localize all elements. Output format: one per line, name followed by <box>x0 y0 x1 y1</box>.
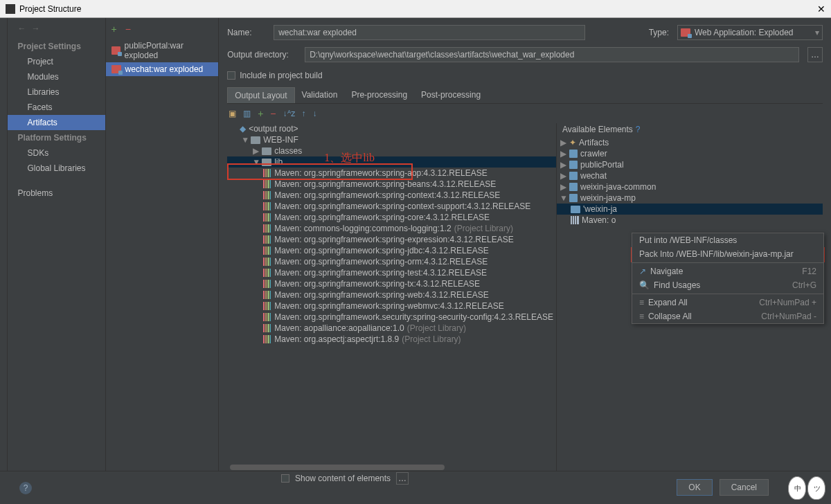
ime-mascot: 中 ツ <box>788 476 825 500</box>
lib-folder: lib <box>274 157 283 167</box>
weixin-ja-item[interactable]: 'weixin-ja <box>557 204 823 215</box>
artifact-publicportal[interactable]: publicPortal:war exploded <box>106 39 219 62</box>
artifacts-list: + − publicPortal:war exploded wechat:war… <box>106 18 220 471</box>
library-icon <box>263 291 271 299</box>
library-icon <box>263 224 271 233</box>
item-artifacts[interactable]: Artifacts <box>8 115 105 130</box>
folder-icon <box>251 136 260 144</box>
nav-fwd-icon[interactable]: → <box>31 24 39 33</box>
cancel-button[interactable]: Cancel <box>720 479 769 496</box>
ctx-expand-all[interactable]: ≡Expand AllCtrl+NumPad + <box>632 296 823 309</box>
ctx-collapse-all[interactable]: ≡Collapse AllCtrl+NumPad - <box>632 309 823 323</box>
ctx-put-into[interactable]: Put into /WEB-INF/classes <box>632 233 823 247</box>
maven-lib-item[interactable]: Maven: org.springframework:spring-contex… <box>227 190 556 201</box>
item-sdks[interactable]: SDKs <box>8 145 105 161</box>
tab-postprocessing[interactable]: Post-processing <box>414 87 488 103</box>
library-icon <box>263 180 271 188</box>
library-icon <box>571 216 579 224</box>
up-icon[interactable]: ↑ <box>302 109 306 118</box>
add-artifact-icon[interactable]: + <box>111 24 117 35</box>
artifact-icon <box>111 65 121 73</box>
module-icon <box>569 161 578 169</box>
maven-lib-item[interactable]: Maven: org.springframework:spring-orm:4.… <box>227 256 556 267</box>
tab-preprocessing[interactable]: Pre-processing <box>344 87 414 103</box>
outdir-label: Output directory: <box>227 50 296 60</box>
module-icon <box>569 172 578 180</box>
item-project[interactable]: Project <box>8 54 105 69</box>
maven-lib-item[interactable]: Maven: org.springframework:spring-web:4.… <box>227 289 556 300</box>
browse-button[interactable]: … <box>807 47 823 62</box>
help-button[interactable]: ? <box>19 482 32 494</box>
maven-lib-item[interactable]: Maven: org.springframework:spring-test:4… <box>227 267 556 278</box>
folder-icon <box>262 147 271 155</box>
library-icon <box>263 202 271 210</box>
type-select[interactable]: Web Application: Exploded ▾ <box>677 25 823 40</box>
nav-back-icon[interactable]: ← <box>17 24 26 33</box>
tab-validation[interactable]: Validation <box>295 87 345 103</box>
library-icon <box>263 169 271 177</box>
close-icon[interactable]: ✕ <box>817 3 825 15</box>
include-build-checkbox[interactable]: Include in project build <box>227 71 823 80</box>
item-libraries[interactable]: Libraries <box>8 84 105 100</box>
context-menu: Put into /WEB-INF/classes Pack Into /WEB… <box>632 233 824 324</box>
sort-icon[interactable]: ↓ᴬᴢ <box>283 109 295 118</box>
maven-lib-item[interactable]: Maven: org.springframework:spring-webmvc… <box>227 300 556 312</box>
output-root[interactable]: <output root> <box>249 124 298 134</box>
library-icon <box>263 269 271 277</box>
maven-lib-item[interactable]: Maven: org.springframework.security:spri… <box>227 312 556 323</box>
help-icon[interactable]: ? <box>636 125 641 134</box>
library-icon <box>263 302 271 310</box>
library-icon <box>263 246 271 255</box>
settings-sidebar: ← → Project Settings Project Modules Lib… <box>8 18 105 471</box>
window-title: Project Structure <box>19 4 81 14</box>
bars-icon[interactable]: ▥ <box>243 109 251 118</box>
remove-icon[interactable]: − <box>270 108 276 119</box>
remove-artifact-icon[interactable]: − <box>125 24 131 35</box>
ok-button[interactable]: OK <box>677 479 712 496</box>
titlebar: Project Structure ✕ <box>0 0 831 18</box>
new-folder-icon[interactable]: ▣ <box>229 109 236 118</box>
ctx-pack-into[interactable]: Pack Into /WEB-INF/lib/weixin-java-mp.ja… <box>632 247 823 261</box>
library-icon <box>263 280 271 288</box>
artifact-wechat[interactable]: wechat:war exploded <box>106 62 219 76</box>
item-problems[interactable]: Problems <box>8 186 105 201</box>
tab-output-layout[interactable]: Output Layout <box>227 87 294 103</box>
library-icon <box>263 213 271 222</box>
maven-lib-item[interactable]: Maven: org.springframework:spring-core:4… <box>227 212 556 223</box>
down-icon[interactable]: ↓ <box>313 109 317 118</box>
lib-folder-row[interactable]: ▼lib <box>227 156 556 168</box>
item-facets[interactable]: Facets <box>8 100 105 115</box>
item-modules[interactable]: Modules <box>8 69 105 84</box>
ctx-navigate[interactable]: ↗NavigateF12 <box>632 264 823 278</box>
scrollbar-horizontal[interactable] <box>227 464 556 471</box>
output-tree[interactable]: ◆<output root> ▼WEB-INF ▶classes ▼lib Ma… <box>227 123 557 471</box>
maven-lib-item[interactable]: Maven: org.springframework:spring-beans:… <box>227 179 556 190</box>
maven-lib-item[interactable]: Maven: aopalliance:aopalliance:1.0 (Proj… <box>227 323 556 334</box>
maven-lib-item[interactable]: Maven: org.springframework:spring-contex… <box>227 201 556 212</box>
library-icon <box>263 191 271 199</box>
module-icon <box>569 150 578 158</box>
layout-toolbar: ▣ ▥ + − ↓ᴬᴢ ↑ ↓ <box>227 104 823 123</box>
name-input[interactable] <box>274 25 585 40</box>
checkbox-icon <box>227 71 235 80</box>
section-platform-settings: Platform Settings <box>8 130 105 145</box>
maven-lib-item[interactable]: Maven: org.springframework:spring-tx:4.3… <box>227 278 556 289</box>
maven-lib-item[interactable]: Maven: org.springframework:spring-jdbc:4… <box>227 245 556 256</box>
outdir-input[interactable] <box>305 47 799 62</box>
item-global-libs[interactable]: Global Libraries <box>8 161 105 176</box>
maven-lib-item[interactable]: Maven: org.springframework:spring-aop:4.… <box>227 168 556 179</box>
library-icon <box>263 235 271 244</box>
options-button[interactable]: … <box>396 472 409 485</box>
maven-lib-item[interactable]: Maven: org.springframework:spring-expres… <box>227 234 556 245</box>
artifact-icon <box>111 46 120 55</box>
classes-folder[interactable]: classes <box>274 146 302 156</box>
maven-lib-item[interactable]: Maven: commons-logging:commons-logging:1… <box>227 223 556 234</box>
show-content-checkbox[interactable]: Show content of elements … <box>281 472 409 485</box>
maven-lib-item[interactable]: Maven: org.aspectj:aspectjrt:1.8.9 (Proj… <box>227 334 556 345</box>
artifact-icon <box>681 28 690 37</box>
library-icon <box>263 313 271 321</box>
ctx-find-usages[interactable]: 🔍Find UsagesCtrl+G <box>632 278 823 292</box>
add-icon[interactable]: + <box>258 108 263 119</box>
webinf-folder[interactable]: WEB-INF <box>263 135 298 145</box>
app-icon <box>6 4 15 14</box>
